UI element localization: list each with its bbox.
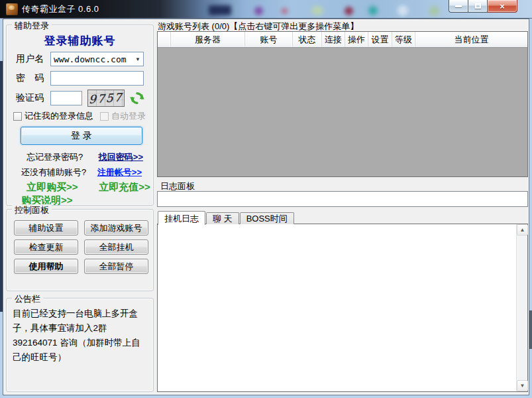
maximize-icon [475,3,481,9]
captcha-digits: 9757 [89,90,123,106]
password-field[interactable] [50,71,144,86]
announcement-text: 目前已经支持一台电脑上多开盒子，具体事宜请加入2群 392164071 咨询（加… [13,306,148,365]
login-groupbox: 辅助登录 登录辅助账号 用户名 www.downcc.com ▼ 密 码 验证码… [6,25,154,206]
remember-label: 记住我的登录信息 [25,110,93,122]
autologin-label: 自动登录 [111,110,146,122]
control-group-label: 控制面板 [12,204,52,216]
help-button[interactable]: 使用帮助 [14,259,78,274]
column-header-connect[interactable]: 连接 [322,32,345,47]
tab-chat[interactable]: 聊 天 [206,212,239,224]
username-combobox[interactable]: www.downcc.com ▼ [50,52,144,66]
forgot-password-text: 忘记登录密码? [27,152,83,162]
column-header-level[interactable]: 等级 [392,32,415,47]
log-tabbar: 挂机日志 聊 天 BOSS时间 [158,210,295,224]
column-header-operate[interactable]: 操作 [345,32,368,47]
username-value: www.downcc.com [51,54,133,64]
no-account-text: 还没有辅助账号? [21,167,86,177]
window-controls: × [449,0,517,13]
recover-password-link[interactable]: 找回密码>> [99,152,143,162]
remember-checkbox[interactable] [13,112,22,121]
scroll-down-icon[interactable]: ▼ [517,380,528,391]
hangup-all-button[interactable]: 全部挂机 [84,239,148,255]
announcement-group-label: 公告栏 [12,293,43,305]
titlebar[interactable]: 传奇霸业盒子 0.6.0 × [0,0,532,19]
close-button[interactable]: × [488,0,517,13]
login-group-label: 辅助登录 [12,20,52,32]
window-title: 传奇霸业盒子 0.6.0 [22,3,99,15]
control-groupbox: 控制面板 辅助设置 添加游戏账号 检查更新 全部挂机 使用帮助 全部暂停 [6,209,154,291]
window-edge-shade [529,310,532,349]
login-header: 登录辅助账号 [7,33,153,48]
assist-settings-button[interactable]: 辅助设置 [14,220,78,235]
maximize-button[interactable] [468,0,488,13]
column-header-blank[interactable] [158,32,171,47]
chevron-down-icon[interactable]: ▼ [133,56,143,62]
login-button[interactable]: 登 录 [21,127,142,145]
minimize-button[interactable] [449,0,468,13]
pause-all-button[interactable]: 全部暂停 [84,259,148,274]
captcha-field[interactable] [50,91,82,105]
check-update-button[interactable]: 检查更新 [14,239,78,255]
register-account-link[interactable]: 注册帐号>> [97,167,142,177]
app-icon [6,3,18,15]
close-icon: × [500,1,505,11]
app-window: 传奇霸业盒子 0.6.0 × 辅助登录 登录辅助账号 用户名 www.downc… [0,0,532,398]
captcha-image[interactable]: 9757 [87,90,125,107]
refresh-icon[interactable] [130,91,144,105]
log-scrollbar[interactable]: ▲ ▼ [516,224,527,391]
username-label: 用户名 [16,53,50,65]
column-header-status[interactable]: 状态 [293,32,322,47]
add-game-account-button[interactable]: 添加游戏账号 [84,220,148,235]
log-command-input[interactable] [157,191,528,207]
column-header-location[interactable]: 当前位置 [415,32,527,47]
column-header-server[interactable]: 服务器 [171,32,245,47]
account-table-header: 服务器 账号 状态 连接 操作 设置 等级 当前位置 [158,32,527,48]
buy-now-link[interactable]: 立即购买>> [27,181,78,192]
announcement-groupbox: 公告栏 目前已经支持一台电脑上多开盒子，具体事宜请加入2群 392164071 … [6,298,154,392]
tab-hangup-log[interactable]: 挂机日志 [158,211,205,225]
captcha-label: 验证码 [16,92,50,104]
password-label: 密 码 [16,72,50,84]
minimize-icon [455,5,462,7]
recharge-now-link[interactable]: 立即充值>> [99,181,150,192]
tab-boss-time[interactable]: BOSS时间 [240,212,294,224]
log-content-area[interactable]: ▲ ▼ [157,224,528,392]
column-header-account[interactable]: 账号 [245,32,293,47]
account-table[interactable]: 服务器 账号 状态 连接 操作 设置 等级 当前位置 [157,31,528,177]
scroll-up-icon[interactable]: ▲ [517,224,528,235]
autologin-checkbox [100,112,109,121]
column-header-settings[interactable]: 设置 [368,32,392,47]
client-area: 辅助登录 登录辅助账号 用户名 www.downcc.com ▼ 密 码 验证码… [3,19,529,395]
